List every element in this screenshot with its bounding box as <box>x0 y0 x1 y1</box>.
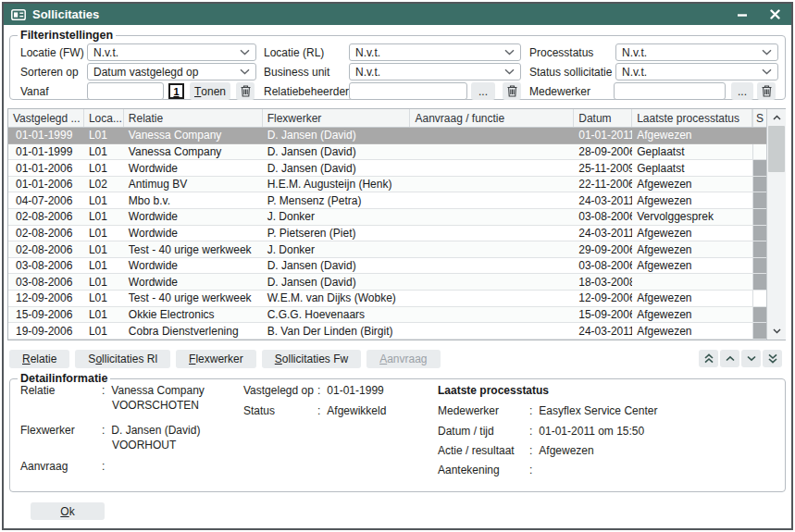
results-table: Vastgelegd ... Loca... Relatie Flexwerke… <box>7 108 786 340</box>
minimize-button[interactable] <box>733 6 751 23</box>
detail-flexwerker-value: D. Jansen (David) <box>111 424 200 437</box>
scroll-up-button[interactable] <box>767 109 786 126</box>
locatie-fw-select[interactable]: N.v.t. <box>87 43 256 61</box>
table-row[interactable]: 02-08-2006 L01 Wordwide P. Pietseren (Pi… <box>8 226 766 242</box>
scroll-thumb[interactable] <box>768 126 785 172</box>
status-indicator-cell <box>752 144 766 160</box>
cell-locatie: L01 <box>84 128 124 143</box>
header-cell-flexwerker[interactable]: Flexwerker <box>263 109 411 127</box>
cell-datum: 15-09-2006 <box>574 307 632 323</box>
detail-datum-tijd-label: Datum / tijd <box>438 425 529 438</box>
nav-prev-button[interactable] <box>720 350 739 367</box>
scroll-down-button[interactable] <box>767 323 786 340</box>
medewerker-clear-button[interactable] <box>757 82 776 100</box>
cell-laatste-processtatus: Afgewezen <box>632 128 752 143</box>
chevron-up-icon <box>726 355 735 362</box>
cell-relatie: Okkie Electronics <box>124 307 263 323</box>
locatie-rl-select[interactable]: N.v.t. <box>349 43 521 61</box>
cell-flexwerker: P. Mensenz (Petra) <box>263 192 411 208</box>
table-row[interactable]: 01-01-2006 L02 Antimug BV H.E.M. Auguste… <box>8 177 766 193</box>
cell-locatie: L01 <box>84 144 124 160</box>
detail-actie-resultaat-value: Afgewezen <box>539 444 593 457</box>
table-row[interactable]: 15-09-2006 L01 Okkie Electronics C.G.G. … <box>8 307 766 324</box>
double-chevron-up-icon <box>704 353 714 364</box>
trash-icon <box>241 85 251 97</box>
chevron-up-icon <box>773 115 781 120</box>
table-row[interactable]: 02-08-2006 L01 Wordwide J. Donker 03-08-… <box>8 209 766 226</box>
tab-relatie[interactable]: Relatie <box>9 350 69 368</box>
cell-datum: 22-11-2006 <box>574 177 632 192</box>
table-row[interactable]: 03-08-2006 L01 Wordwide D. Jansen (David… <box>8 258 766 275</box>
titlebar: Sollicitaties <box>4 4 791 25</box>
cell-relatie: Wordwide <box>124 258 263 274</box>
business-unit-select[interactable]: N.v.t. <box>349 63 521 80</box>
cell-relatie: Wordwide <box>124 209 263 225</box>
medewerker-input[interactable] <box>614 82 726 100</box>
status-indicator-cell <box>752 160 766 176</box>
table-row[interactable]: 01-01-1999 L01 Vanessa Company D. Jansen… <box>8 128 766 144</box>
cell-vastgelegd-op: 02-08-2006 <box>8 241 84 257</box>
cell-vastgelegd-op: 01-01-2006 <box>8 177 84 192</box>
cell-flexwerker: D. Jansen (David) <box>263 274 411 290</box>
table-row[interactable]: 02-08-2006 L01 Test - 40 urige werkweek … <box>8 241 766 258</box>
sollicitaties-window: Sollicitaties Filterinstellingen Locatie… <box>2 2 793 530</box>
relatiebeheerder-input[interactable] <box>349 82 467 100</box>
tab-sollicitaties-fw[interactable]: Sollicitaties Fw <box>262 350 361 368</box>
scroll-track[interactable] <box>767 172 786 323</box>
detail-vastgelegd-label: Vastgelegd op <box>243 384 317 397</box>
chevron-down-icon <box>240 68 250 75</box>
tab-sollicitaties-rl[interactable]: Sollicitaties Rl <box>75 350 170 368</box>
table-row[interactable]: 04-07-2006 L01 Mbo b.v. P. Mensenz (Petr… <box>8 192 766 209</box>
ok-button[interactable]: Ok <box>31 502 105 520</box>
table-row[interactable]: 12-09-2006 L01 Test - 40 urige werkweek … <box>8 291 766 307</box>
cell-aanvraag-functie <box>410 144 574 160</box>
cell-locatie: L01 <box>84 258 124 274</box>
relatiebeheerder-lookup-button[interactable]: ... <box>471 82 495 100</box>
header-cell-s[interactable]: S <box>752 109 766 127</box>
cell-flexwerker: P. Pietseren (Piet) <box>263 226 411 241</box>
cell-relatie: Vanessa Company <box>124 144 263 160</box>
header-cell-laatste-processtatus[interactable]: Laatste processtatus <box>632 109 752 127</box>
cell-laatste-processtatus: Afgewezen <box>632 226 752 241</box>
cell-flexwerker: C.G.G. Hoevenaars <box>263 307 411 323</box>
table-row[interactable]: 01-01-1999 L01 Vanessa Company D. Jansen… <box>8 144 766 161</box>
cell-flexwerker: D. Jansen (David) <box>263 144 411 160</box>
tab-flexwerker[interactable]: Flexwerker <box>176 350 256 368</box>
nav-last-button[interactable] <box>763 350 782 367</box>
status-indicator-cell <box>752 192 766 208</box>
detail-medewerker-label: Medewerker <box>438 404 529 417</box>
cell-locatie: L01 <box>84 307 124 323</box>
chevron-down-icon <box>504 68 515 75</box>
processtatus-label: Processtatus <box>529 46 593 59</box>
filter-legend: Filterinstellingen <box>18 29 116 42</box>
header-cell-vastgelegd[interactable]: Vastgelegd ... <box>8 109 84 127</box>
sorteren-op-select[interactable]: Datum vastgelegd op <box>87 63 256 80</box>
relatiebeheerder-clear-button[interactable] <box>503 82 521 100</box>
processtatus-select[interactable]: N.v.t. <box>615 43 778 61</box>
detail-relatie-value: Vanessa Company <box>111 384 205 397</box>
header-cell-locatie[interactable]: Loca... <box>84 109 124 127</box>
header-cell-aanvraag-functie[interactable]: Aanvraag / functie <box>410 109 574 127</box>
table-row[interactable]: 03-08-2006 L01 Wordwide D. Jansen (David… <box>8 274 766 291</box>
close-button[interactable] <box>766 6 784 23</box>
nav-first-button[interactable] <box>699 350 718 367</box>
header-cell-relatie[interactable]: Relatie <box>124 109 263 127</box>
cell-datum: 24-03-2011 <box>574 323 632 339</box>
cell-relatie: Mbo b.v. <box>124 192 263 208</box>
cell-laatste-processtatus <box>632 274 752 290</box>
vanaf-clear-button[interactable] <box>236 82 255 100</box>
nav-next-button[interactable] <box>741 350 761 367</box>
locatie-fw-label: Locatie (FW) <box>20 46 84 59</box>
cell-vastgelegd-op: 02-08-2006 <box>8 209 84 225</box>
cell-laatste-processtatus: Afgewezen <box>632 307 752 323</box>
calendar-button[interactable]: 1 <box>168 83 184 99</box>
header-cell-datum[interactable]: Datum <box>574 109 632 127</box>
vanaf-input[interactable] <box>87 82 164 100</box>
tonen-button[interactable]: Tonen <box>190 82 230 100</box>
table-row[interactable]: 19-09-2006 L01 Cobra Dienstverlening B. … <box>8 323 766 340</box>
medewerker-lookup-button[interactable]: ... <box>731 82 753 100</box>
table-scrollbar[interactable] <box>766 109 786 340</box>
table-row[interactable]: 01-01-2006 L01 Wordwide D. Jansen (David… <box>8 160 766 177</box>
detail-status-value: Afgewikkeld <box>327 404 386 417</box>
status-sollicitatie-select[interactable]: N.v.t. <box>615 63 778 80</box>
